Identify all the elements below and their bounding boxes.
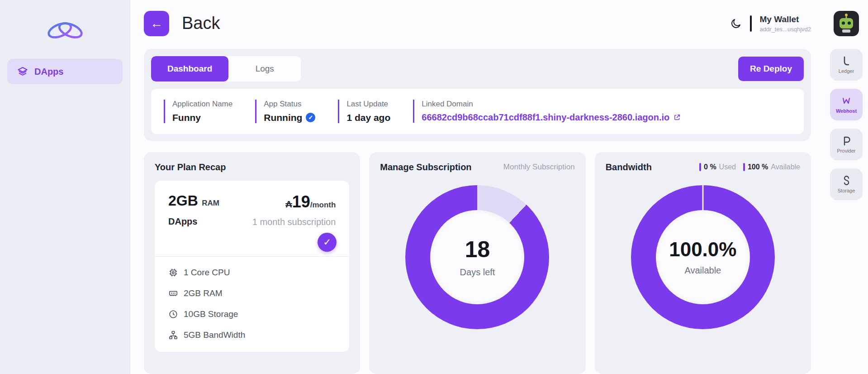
bandwidth-donut: 100.0% Available bbox=[631, 185, 775, 329]
field-last-update: Last Update 1 day ago bbox=[338, 100, 390, 123]
rail-item-label: Webhost bbox=[836, 108, 857, 114]
plan-badge-row: ✓ bbox=[155, 227, 349, 256]
left-sidebar: DApps bbox=[0, 0, 130, 374]
plan-type: DApps bbox=[168, 216, 219, 227]
bandwidth-card-head: Bandwidth 0 % Used 100 % Available bbox=[606, 162, 800, 173]
domain-text: 66682cd9b68ccab71cdf88f1.shiny-darkness-… bbox=[422, 112, 669, 123]
storage-icon bbox=[841, 175, 852, 186]
cards-row: Your Plan Recap 2GB RAM DApps ₳19/ bbox=[144, 152, 811, 374]
wallet-info[interactable]: My Wallet addr_tes...usqhjvd2 bbox=[760, 14, 811, 33]
bandwidth-icon bbox=[168, 330, 178, 340]
rail-item-label: Ledger bbox=[839, 68, 854, 74]
plan-ram-unit: RAM bbox=[202, 199, 219, 207]
app-root: DApps ← Back My Wallet addr_tes...usqhjv… bbox=[0, 0, 868, 374]
manage-subscription-card: Manage Subscription Monthly Subscription… bbox=[369, 152, 585, 374]
plan-features-list: 1 Core CPU 2GB RAM bbox=[155, 257, 349, 352]
tabs-row: Dashboard Logs Re Deploy bbox=[151, 56, 804, 82]
verified-check-icon: ✓ bbox=[306, 113, 315, 122]
field-label: Linked Domain bbox=[422, 100, 681, 109]
feature-bandwidth: 5GB BandWidth bbox=[168, 330, 336, 340]
theme-toggle-button[interactable] bbox=[730, 18, 742, 29]
donut-notch bbox=[702, 185, 703, 210]
tab-logs[interactable]: Logs bbox=[228, 56, 301, 82]
feature-label: 2GB RAM bbox=[184, 288, 223, 298]
app-info-card: Application Name Funny App Status Runnin… bbox=[151, 89, 804, 134]
rail-item-ledger[interactable]: Ledger bbox=[830, 49, 863, 81]
subscription-donut: 18 Days left bbox=[405, 185, 549, 329]
moon-icon bbox=[730, 18, 742, 29]
webhost-icon bbox=[841, 96, 852, 106]
ledger-icon bbox=[841, 56, 852, 67]
feature-cpu: 1 Core CPU bbox=[168, 268, 336, 278]
external-link-icon bbox=[673, 113, 681, 121]
field-linked-domain: Linked Domain 66682cd9b68ccab71cdf88f1.s… bbox=[413, 100, 681, 123]
bandwidth-legend: 0 % Used 100 % Available bbox=[699, 163, 800, 171]
field-app-status: App Status Running ✓ bbox=[255, 100, 315, 123]
avatar[interactable] bbox=[834, 11, 859, 36]
used-value: 0 % bbox=[704, 163, 716, 171]
back-button[interactable]: ← bbox=[144, 11, 169, 36]
rail-item-webhost[interactable]: Webhost bbox=[830, 89, 863, 120]
sidebar-item-dapps[interactable]: DApps bbox=[7, 59, 123, 84]
status-text: Running bbox=[264, 112, 302, 123]
field-label: App Status bbox=[264, 100, 315, 109]
main-content: ← Back My Wallet addr_tes...usqhjvd2 bbox=[130, 0, 825, 374]
legend-used: 0 % Used bbox=[699, 163, 736, 171]
subscription-card-title: Manage Subscription bbox=[380, 162, 471, 173]
bandwidth-donut-wrap: 100.0% Available bbox=[606, 185, 800, 329]
wallet-name: My Wallet bbox=[760, 14, 811, 24]
feature-label: 1 Core CPU bbox=[184, 268, 230, 278]
available-label: Available bbox=[771, 163, 800, 171]
sidebar-item-label: DApps bbox=[34, 67, 63, 77]
bandwidth-donut-center: 100.0% Available bbox=[656, 210, 750, 304]
provider-icon bbox=[841, 135, 852, 146]
price-value: 19 bbox=[292, 192, 310, 211]
plan-summary: 2GB RAM DApps ₳19/month 1 month subscrip… bbox=[155, 192, 349, 227]
rail-buttons: Ledger Webhost Provider Storage bbox=[830, 49, 863, 200]
rail-item-storage[interactable]: Storage bbox=[830, 168, 863, 200]
feature-label: 10GB Storage bbox=[184, 309, 238, 319]
plan-price: ₳19/month 1 month subscription bbox=[252, 192, 336, 227]
avatar-robot-image bbox=[834, 11, 859, 36]
ram-icon bbox=[168, 288, 178, 298]
legend-bar-used bbox=[699, 163, 701, 171]
header-divider bbox=[750, 15, 752, 32]
field-value: 1 day ago bbox=[346, 112, 390, 123]
rail-item-label: Storage bbox=[838, 188, 855, 193]
plan-recap-card: Your Plan Recap 2GB RAM DApps ₳19/ bbox=[144, 152, 360, 374]
layers-icon bbox=[17, 66, 28, 77]
days-left-value: 18 bbox=[465, 236, 490, 263]
storage-icon bbox=[168, 309, 178, 319]
plan-details: 2GB RAM DApps ₳19/month 1 month subscrip… bbox=[155, 181, 349, 352]
tab-dashboard[interactable]: Dashboard bbox=[151, 56, 228, 82]
feature-ram: 2GB RAM bbox=[168, 288, 336, 298]
app-logo[interactable] bbox=[7, 9, 123, 59]
page-title: Back bbox=[182, 14, 220, 33]
legend-bar-available bbox=[743, 163, 745, 171]
tab-group: Dashboard Logs bbox=[151, 56, 301, 82]
bandwidth-percent-value: 100.0% bbox=[669, 238, 736, 261]
domain-link[interactable]: 66682cd9b68ccab71cdf88f1.shiny-darkness-… bbox=[422, 112, 681, 123]
price-period: /month bbox=[310, 201, 336, 209]
ada-symbol: ₳ bbox=[285, 199, 292, 209]
wallet-address: addr_tes...usqhjvd2 bbox=[760, 26, 811, 33]
feature-storage: 10GB Storage bbox=[168, 309, 336, 319]
subscription-donut-center: 18 Days left bbox=[430, 210, 524, 304]
subscription-length: 1 month subscription bbox=[252, 217, 336, 227]
feature-label: 5GB BandWidth bbox=[184, 330, 245, 340]
dashboard-panel: Dashboard Logs Re Deploy Application Nam… bbox=[144, 49, 811, 141]
used-label: Used bbox=[719, 163, 736, 171]
subscription-card-head: Manage Subscription Monthly Subscription bbox=[380, 162, 574, 173]
right-rail: Ledger Webhost Provider Storage bbox=[825, 0, 868, 374]
rail-item-provider[interactable]: Provider bbox=[830, 129, 863, 160]
subscription-period-label: Monthly Subscription bbox=[503, 163, 575, 172]
field-label: Last Update bbox=[346, 100, 390, 109]
header-right: My Wallet addr_tes...usqhjvd2 bbox=[730, 14, 811, 33]
plan-card-title: Your Plan Recap bbox=[155, 162, 349, 173]
logo-icon bbox=[38, 15, 92, 45]
legend-available: 100 % Available bbox=[743, 163, 800, 171]
bandwidth-card-title: Bandwidth bbox=[606, 162, 652, 173]
field-application-name: Application Name Funny bbox=[164, 100, 232, 123]
days-left-caption: Days left bbox=[460, 267, 495, 278]
redeploy-button[interactable]: Re Deploy bbox=[738, 57, 804, 81]
